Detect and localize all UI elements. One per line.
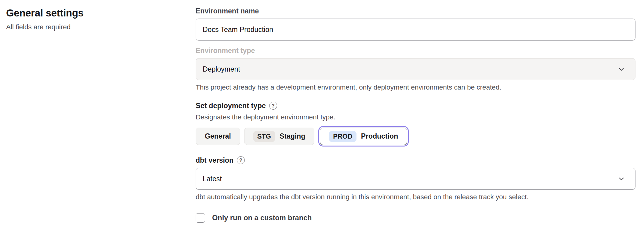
production-badge: PROD: [329, 131, 356, 142]
deployment-type-production-label: Production: [361, 132, 398, 140]
environment-type-field: Environment type Deployment This project…: [196, 46, 635, 92]
custom-branch-checkbox[interactable]: [196, 213, 205, 223]
deployment-type-selected-ring: PROD Production: [318, 126, 409, 147]
chevron-down-icon: [617, 65, 625, 73]
dbt-version-header: dbt version ?: [196, 155, 635, 165]
dbt-version-label: dbt version: [196, 155, 233, 165]
page-title: General settings: [6, 7, 177, 19]
question-circle-icon[interactable]: ?: [237, 156, 245, 164]
deployment-type-header: Set deployment type ?: [196, 101, 635, 111]
general-settings-form: Environment name Environment type Deploy…: [196, 6, 635, 223]
deployment-type-general-label: General: [205, 132, 231, 140]
settings-header: General settings All fields are required: [6, 7, 177, 32]
custom-branch-row: Only run on a custom branch: [196, 213, 635, 223]
page-subtitle: All fields are required: [6, 23, 177, 32]
chevron-down-icon: [617, 175, 625, 183]
deployment-type-staging-button[interactable]: STG Staging: [244, 128, 315, 145]
environment-type-label: Environment type: [196, 46, 635, 55]
environment-name-label: Environment name: [196, 6, 635, 16]
dbt-version-field: dbt version ? Latest dbt automatically u…: [196, 155, 635, 202]
question-circle-icon[interactable]: ?: [269, 102, 277, 110]
staging-badge: STG: [253, 131, 275, 142]
environment-type-select: Deployment: [196, 58, 635, 80]
deployment-type-options: General STG Staging PROD Production: [196, 126, 635, 147]
custom-branch-label[interactable]: Only run on a custom branch: [212, 213, 312, 223]
deployment-type-title: Set deployment type: [196, 101, 266, 111]
environment-type-helper: This project already has a development e…: [196, 83, 635, 92]
deployment-type-staging-label: Staging: [280, 132, 305, 140]
environment-name-input[interactable]: [196, 19, 635, 41]
deployment-type-production-button[interactable]: PROD Production: [320, 128, 407, 145]
environment-name-field: Environment name: [196, 6, 635, 41]
deployment-type-description: Designates the deployment environment ty…: [196, 113, 635, 122]
dbt-version-value: Latest: [203, 175, 222, 183]
dbt-version-select[interactable]: Latest: [196, 168, 635, 190]
environment-type-value: Deployment: [203, 65, 240, 73]
deployment-type-general-button[interactable]: General: [196, 128, 240, 145]
dbt-version-helper: dbt automatically upgrades the dbt versi…: [196, 192, 635, 202]
